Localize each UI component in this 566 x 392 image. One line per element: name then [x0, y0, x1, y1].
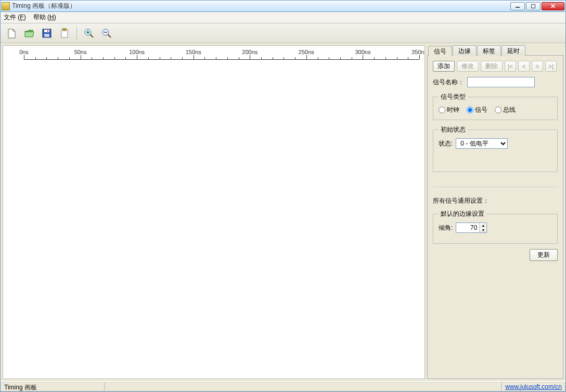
- maximize-button[interactable]: [526, 2, 541, 10]
- timing-canvas[interactable]: 0ns50ns100ns150ns200ns250ns300ns350ns: [3, 45, 425, 379]
- signal-button-row: 添加 修改 删除 |< < > >|: [433, 61, 558, 72]
- svg-rect-1: [44, 30, 49, 32]
- clipboard-icon: [59, 28, 70, 39]
- add-button[interactable]: 添加: [433, 61, 455, 72]
- ruler-label: 100ns: [129, 49, 145, 55]
- menu-file-accel: F: [20, 14, 23, 21]
- status-bar: Timing 画板 www.julusoft.com/cn: [1, 381, 565, 391]
- ruler-baseline: [24, 59, 419, 60]
- tab-label[interactable]: 标签: [477, 45, 501, 56]
- signal-type-group: 信号类型 时钟 信号 总线: [433, 93, 558, 120]
- svg-rect-2: [44, 34, 49, 37]
- angle-input[interactable]: [456, 223, 479, 232]
- svg-rect-3: [47, 30, 48, 32]
- ruler-tick-major: [137, 55, 137, 59]
- status-center: [105, 382, 501, 391]
- radio-clock-label[interactable]: 时钟: [439, 106, 459, 114]
- ruler-label: 250ns: [299, 49, 314, 55]
- ruler-tick-major: [81, 55, 81, 59]
- copy-button[interactable]: [57, 25, 72, 41]
- main-content: 0ns50ns100ns150ns200ns250ns300ns350ns 信号…: [1, 43, 565, 381]
- last-button: >|: [545, 61, 557, 72]
- tab-edge[interactable]: 边缘: [453, 45, 477, 56]
- folder-open-icon: [23, 28, 35, 39]
- window-controls: ✕: [510, 2, 564, 10]
- svg-line-7: [90, 34, 93, 37]
- close-button[interactable]: ✕: [542, 2, 564, 10]
- signal-panel-body: 添加 修改 删除 |< < > >| 信号名称： 信号类型 时钟 信号 总线: [427, 56, 563, 379]
- status-link[interactable]: www.julusoft.com/cn: [505, 383, 562, 390]
- menu-file-label: 文件: [4, 14, 16, 21]
- zoom-in-button[interactable]: [81, 25, 97, 41]
- ruler-tick-major: [250, 55, 250, 59]
- menu-bar: 文件 (F) 帮助 (H): [1, 12, 565, 23]
- delete-button: 删除: [481, 61, 503, 72]
- ruler-label: 50ns: [74, 49, 87, 55]
- ruler-tick-major: [306, 55, 307, 59]
- menu-help-accel: H: [49, 14, 54, 21]
- state-label: 状态:: [439, 139, 453, 148]
- zoom-out-icon: [101, 28, 112, 39]
- first-button: |<: [505, 61, 516, 72]
- angle-up-button[interactable]: ▲: [480, 223, 486, 228]
- state-select[interactable]: 0 - 低电平: [456, 138, 508, 149]
- ruler-label: 200ns: [242, 49, 258, 55]
- zoom-in-icon: [83, 28, 95, 39]
- status-left: Timing 画板: [1, 382, 105, 391]
- tab-signal[interactable]: 信号: [428, 46, 452, 56]
- svg-rect-5: [63, 29, 66, 31]
- radio-clock[interactable]: [439, 107, 445, 113]
- global-settings-label: 所有信号通用设置：: [433, 197, 558, 205]
- save-button[interactable]: [39, 25, 55, 41]
- signal-name-input[interactable]: [467, 77, 535, 87]
- time-ruler: 0ns50ns100ns150ns200ns250ns300ns350ns: [24, 49, 419, 60]
- toolbar-separator: [76, 27, 77, 40]
- floppy-disk-icon: [41, 28, 53, 39]
- radio-bus-label[interactable]: 总线: [495, 106, 516, 114]
- side-tabs: 信号 边缘 标签 延时: [427, 45, 563, 56]
- tab-delay[interactable]: 延时: [501, 45, 525, 56]
- ruler-label: 150ns: [186, 49, 201, 55]
- signal-type-legend: 信号类型: [439, 93, 468, 101]
- status-link-cell: www.julusoft.com/cn: [501, 382, 565, 391]
- window-titlebar: Timing 画板（标准版） ✕: [1, 1, 565, 12]
- menu-help[interactable]: 帮助 (H): [33, 13, 56, 22]
- menu-file[interactable]: 文件 (F): [4, 13, 26, 22]
- minimize-button[interactable]: [510, 2, 525, 10]
- update-button[interactable]: 更新: [530, 249, 558, 261]
- init-state-group: 初始状态 状态: 0 - 低电平: [433, 125, 558, 172]
- zoom-out-button[interactable]: [99, 25, 114, 41]
- next-button: >: [532, 61, 543, 72]
- app-icon: [2, 2, 10, 10]
- new-document-icon: [6, 28, 17, 39]
- signal-name-row: 信号名称：: [433, 77, 558, 87]
- panel-separator: [433, 187, 558, 187]
- signal-name-label: 信号名称：: [433, 78, 464, 87]
- ruler-label: 0ns: [19, 49, 29, 55]
- window-title: Timing 画板（标准版）: [12, 2, 76, 10]
- svg-line-11: [108, 34, 111, 37]
- radio-signal-label[interactable]: 信号: [467, 106, 487, 114]
- ruler-label: 300ns: [355, 49, 370, 55]
- ruler-tick-major: [24, 55, 24, 59]
- side-panel: 信号 边缘 标签 延时 添加 修改 删除 |< < > >| 信号名称： 信号类…: [427, 45, 563, 379]
- radio-bus[interactable]: [495, 107, 501, 113]
- init-state-legend: 初始状态: [439, 125, 468, 134]
- angle-down-button[interactable]: ▼: [480, 228, 486, 232]
- toolbar: [1, 23, 565, 43]
- modify-button: 修改: [457, 61, 479, 72]
- default-edge-legend: 默认的边缘设置: [439, 210, 486, 218]
- angle-spinner[interactable]: ▲ ▼: [456, 223, 487, 233]
- ruler-tick-major: [363, 55, 363, 59]
- angle-label: 倾角:: [439, 224, 453, 232]
- menu-help-label: 帮助: [33, 14, 46, 21]
- ruler-tick-major: [194, 55, 194, 59]
- ruler-tick-major: [419, 55, 420, 59]
- prev-button: <: [518, 61, 530, 72]
- open-button[interactable]: [21, 25, 37, 41]
- ruler-label: 350ns: [411, 49, 425, 55]
- new-document-button[interactable]: [4, 25, 19, 41]
- default-edge-group: 默认的边缘设置 倾角: ▲ ▼: [433, 210, 558, 244]
- radio-signal[interactable]: [467, 107, 473, 113]
